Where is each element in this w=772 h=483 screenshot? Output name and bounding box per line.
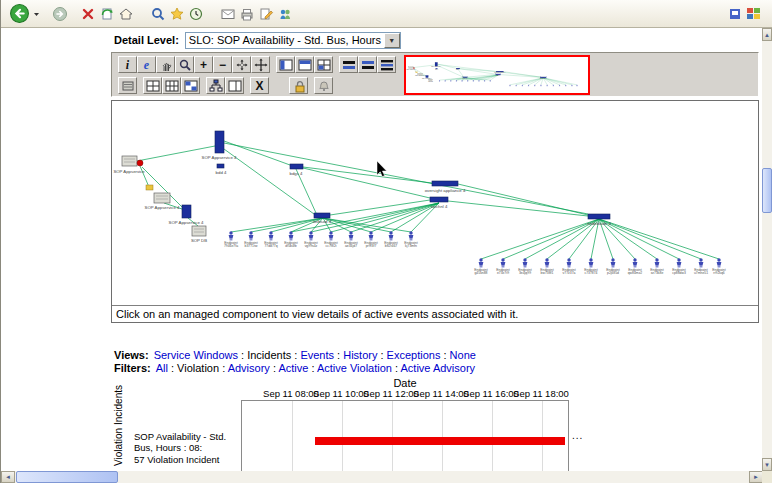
component-node[interactable] (436, 68, 438, 69)
warning-node[interactable] (416, 72, 418, 73)
fit-view-button[interactable] (232, 56, 251, 73)
component-node[interactable] (588, 214, 610, 219)
dropdown-arrow-icon[interactable]: ▼ (384, 33, 400, 48)
component-node[interactable] (426, 75, 429, 77)
layout-grid-button[interactable] (314, 56, 333, 73)
bars-c-button[interactable] (377, 56, 396, 73)
info-button[interactable]: i (118, 56, 137, 73)
endpoint-node[interactable]: Endpointv77z37a (562, 258, 575, 275)
endpoint-node[interactable]: Endpointu7mne51 (570, 85, 575, 88)
endpoint-node[interactable]: Endpointb3771tw (443, 80, 448, 83)
alert-dot-node[interactable] (413, 67, 415, 68)
filter-link-active-advisory[interactable]: Active Advisory (401, 362, 476, 374)
endpoint-node[interactable]: Endpoint3e4jq99 (521, 85, 526, 88)
layout-top-button[interactable] (295, 56, 314, 73)
alert-dot-node[interactable] (137, 160, 143, 166)
horizontal-scrollbar[interactable]: ◄ ► (1, 471, 763, 483)
endpoint-node[interactable]: Endpointg45kn88 (474, 258, 487, 275)
view-link-history[interactable]: History (343, 349, 377, 361)
warning-node[interactable] (146, 185, 153, 190)
stop-button[interactable] (80, 2, 96, 26)
view-link-exceptions[interactable]: Exceptions (387, 349, 441, 361)
view-link-service-windows[interactable]: Service Windows (154, 349, 238, 361)
endpoint-node[interactable]: Endpointrr92kq6 (712, 258, 725, 275)
endpoint-node[interactable]: Endpoint7946e7fa (224, 231, 238, 248)
component-node[interactable] (540, 77, 546, 78)
scroll-up-button[interactable]: ▲ (762, 28, 772, 41)
endpoint-node[interactable]: Endpoint7946e7fa (438, 80, 443, 83)
endpoint-node[interactable]: Endpointb82r467 (384, 231, 397, 248)
scroll-right-button[interactable]: ► (749, 471, 763, 483)
component-node[interactable] (435, 62, 438, 66)
endpoint-node[interactable]: Endpointqw84mz2 (628, 258, 643, 275)
endpoint-node[interactable]: Endpointbw738f1 (527, 85, 532, 88)
endpoint-node[interactable]: Endpointdf5b4fb (284, 231, 297, 248)
component-node[interactable] (182, 205, 191, 218)
tree-button[interactable] (206, 77, 225, 94)
component-node[interactable] (290, 164, 303, 169)
component-node[interactable] (217, 164, 224, 168)
cabinet-button[interactable] (118, 77, 137, 94)
endpoint-node[interactable]: Endpointvg99s4z (304, 231, 317, 248)
home-button[interactable] (118, 2, 134, 26)
endpoint-node[interactable]: Endpointcp88dw3 (672, 258, 686, 275)
filter-link-all[interactable]: All (156, 362, 168, 374)
bars-b-button[interactable] (358, 56, 377, 73)
component-node[interactable] (496, 71, 503, 72)
topology-canvas[interactable]: SOP AppserviceSOP Appservice 4bdd 4SOP A… (112, 101, 758, 305)
zoom-button[interactable] (175, 56, 194, 73)
endpoint-node[interactable]: Endpointp2jk85d (545, 85, 550, 88)
filter-link-advisory[interactable]: Advisory (228, 362, 270, 374)
endpoint-node[interactable]: Endpointkj73mfn (404, 231, 417, 248)
endpoint-node[interactable]: Endpointpr9f3f7 (364, 231, 377, 248)
scroll-down-button[interactable]: ▼ (762, 458, 772, 471)
vertical-scrollbar[interactable]: ▲ ▼ (762, 28, 772, 471)
back-history-button[interactable] (33, 2, 40, 26)
clear-button[interactable]: X (250, 77, 269, 94)
lock-button[interactable] (289, 77, 308, 94)
forward-button[interactable] (52, 2, 68, 26)
component-node[interactable] (215, 131, 224, 153)
endpoint-node[interactable]: Endpointqw84mz2 (551, 85, 556, 88)
endpoint-node[interactable]: Endpointae34jd7 (471, 80, 476, 83)
endpoint-node[interactable]: Endpointvg99s4z (460, 80, 465, 83)
detail-level-select[interactable]: SLO: SOP Availability - Std. Bus, Hours … (185, 32, 401, 49)
move-button[interactable] (251, 56, 270, 73)
endpoint-node[interactable]: Endpointcc7f82t (324, 231, 337, 248)
endpoint-node[interactable]: Endpointpr9f3f7 (477, 80, 482, 83)
endpoint-node[interactable]: Endpointrr92kq6 (575, 85, 580, 88)
gantt-plot-area[interactable] (241, 400, 569, 471)
scroll-left-button[interactable]: ◄ (1, 471, 15, 483)
component-node[interactable] (314, 213, 330, 218)
endpoint-node[interactable]: Endpoint77dd77q (449, 80, 454, 83)
endpoint-node[interactable]: Endpointcc7f82t (466, 80, 471, 83)
history-button[interactable] (188, 2, 204, 26)
pan-button[interactable] (156, 56, 175, 73)
endpoint-node[interactable]: Endpointbw738f1 (540, 258, 553, 275)
panes-button[interactable] (225, 77, 244, 94)
endpoint-node[interactable]: Endpointe73z7t9 (514, 85, 519, 88)
horizontal-scroll-thumb[interactable] (16, 471, 118, 483)
mail-button[interactable] (220, 2, 236, 26)
endpoint-node[interactable]: Endpointxz73k8e (650, 258, 663, 275)
endpoint-node[interactable]: Endpointae34jd7 (344, 231, 357, 248)
alerts-button[interactable] (314, 77, 333, 94)
endpoint-node[interactable]: Endpointe73z7t9 (496, 258, 509, 275)
refresh-button[interactable] (99, 2, 115, 26)
edit-button[interactable] (258, 2, 274, 26)
endpoint-node[interactable]: Endpointu7mne51 (694, 258, 708, 275)
endpoint-node[interactable]: Endpointb3771tw (244, 231, 258, 248)
component-node[interactable] (456, 68, 460, 69)
endpoint-node[interactable]: Endpointcp88dw3 (564, 85, 569, 88)
endpoint-node[interactable]: Endpointc737874 (539, 85, 544, 88)
endpoint-node[interactable]: Endpointp2jk85d (606, 258, 619, 275)
endpoint-node[interactable]: Endpointb82r467 (483, 80, 488, 83)
endpoint-node[interactable]: Endpoint3e4jq99 (518, 258, 531, 275)
grid-small-button[interactable] (143, 77, 162, 94)
endpoint-node[interactable]: Endpointc737874 (584, 258, 597, 275)
view-link-none[interactable]: None (450, 349, 476, 361)
endpoint-node[interactable]: Endpointg45kn88 (508, 85, 513, 88)
browse-button[interactable]: e (137, 56, 156, 73)
endpoint-node[interactable]: Endpointkj73mfn (488, 80, 493, 83)
server-node[interactable] (429, 79, 433, 81)
